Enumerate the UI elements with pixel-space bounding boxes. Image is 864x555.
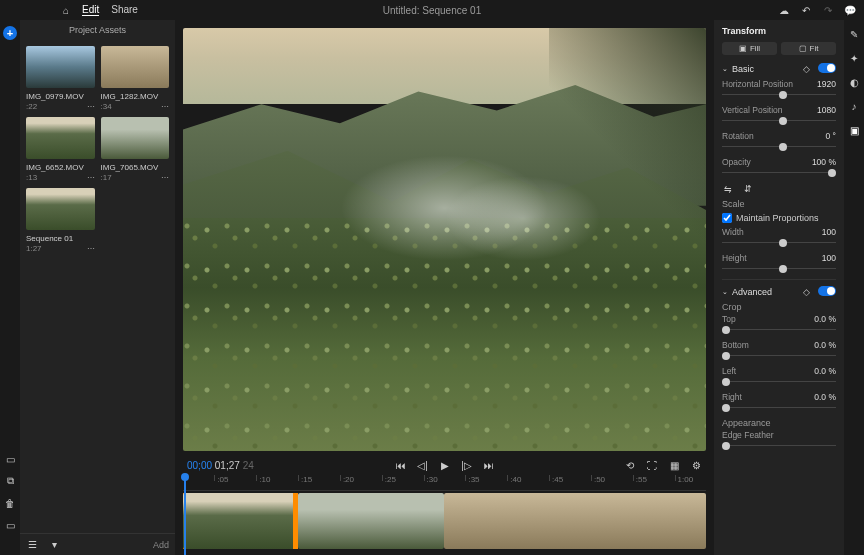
asset-item[interactable]: Sequence 01 1:27⋯ [26,188,95,253]
h-pos-slider[interactable] [722,91,836,99]
document-title: Untitled: Sequence 01 [383,5,481,16]
skip-back-icon[interactable]: ⏮ [395,459,407,471]
playback-controls: 00;00 01;27 24 ⏮ ◁| ▶ |▷ ⏭ ⟲ ⛶ ▦ ⚙ [175,455,714,475]
asset-menu-icon[interactable]: ⋯ [87,173,95,182]
panel-title: Transform [722,26,836,36]
timeline[interactable]: :05 :10 :15 :20 :25 :30 :35 :40 :45 :50 … [175,475,714,555]
right-toolbar: ✎ ✦ ◐ ♪ ▣ [844,20,864,555]
opacity-slider[interactable] [722,169,836,177]
keyframe-icon[interactable]: ◇ [800,286,812,298]
section-toggle[interactable] [818,63,836,73]
maintain-proportions-checkbox[interactable] [722,213,732,223]
add-button[interactable]: Add [153,540,169,550]
project-assets-panel: Project Assets IMG_0979.MOV :22⋯ IMG_128… [20,20,175,555]
comment-icon[interactable]: 💬 [844,4,856,16]
timeline-clip[interactable] [298,493,444,549]
keyframe-icon[interactable]: ◇ [800,63,812,75]
timecode: 00;00 01;27 24 [187,460,254,471]
fill-button[interactable]: ▣Fill [722,42,777,55]
crop-label: Crop [722,302,836,312]
timeline-clip[interactable] [444,493,706,549]
step-forward-icon[interactable]: |▷ [461,459,473,471]
home-icon[interactable]: ⌂ [60,4,72,16]
advanced-section[interactable]: ⌄ Advanced ◇ [722,286,836,298]
flip-h-icon[interactable]: ⇋ [722,183,734,195]
video-preview[interactable] [183,28,706,451]
crop-top-slider[interactable] [722,326,836,334]
loop-icon[interactable]: ⟲ [624,459,636,471]
fit-button[interactable]: ▢Fit [781,42,836,55]
redo-icon[interactable]: ↷ [822,4,834,16]
skip-forward-icon[interactable]: ⏭ [483,459,495,471]
width-slider[interactable] [722,239,836,247]
fullscreen-icon[interactable]: ⛶ [646,459,658,471]
flip-v-icon[interactable]: ⇵ [742,183,754,195]
appearance-label: Appearance [722,418,836,428]
quality-icon[interactable]: ▦ [668,459,680,471]
asset-menu-icon[interactable]: ⋯ [87,244,95,253]
add-media-button[interactable]: + [3,26,17,40]
center-panel: 00;00 01;27 24 ⏮ ◁| ▶ |▷ ⏭ ⟲ ⛶ ▦ ⚙ [175,20,714,555]
menu-edit[interactable]: Edit [82,4,99,16]
duplicate-icon[interactable]: ⧉ [4,475,16,487]
undo-icon[interactable]: ↶ [800,4,812,16]
asset-item[interactable]: IMG_0979.MOV :22⋯ [26,46,95,111]
filter-icon[interactable]: ▾ [48,539,60,551]
timeline-clip[interactable] [183,493,298,549]
audio-icon[interactable]: ♪ [848,100,860,112]
crop-left-slider[interactable] [722,378,836,386]
crop-bottom-slider[interactable] [722,352,836,360]
menu-share[interactable]: Share [111,4,138,16]
basic-section[interactable]: ⌄ Basic ◇ [722,63,836,75]
transform-icon[interactable]: ▣ [848,124,860,136]
playhead[interactable] [184,475,186,555]
crop-right-slider[interactable] [722,404,836,412]
feather-slider[interactable] [722,442,836,450]
adjust-icon[interactable]: ✦ [848,52,860,64]
page-icon[interactable]: ▭ [4,453,16,465]
scale-label: Scale [722,199,836,209]
asset-item[interactable]: IMG_1282.MOV :34⋯ [101,46,170,111]
height-slider[interactable] [722,265,836,273]
chevron-down-icon: ⌄ [722,65,728,73]
list-view-icon[interactable]: ☰ [26,539,38,551]
section-toggle[interactable] [818,286,836,296]
settings-icon[interactable]: ⚙ [690,459,702,471]
asset-item[interactable]: IMG_6652.MOV :13⋯ [26,117,95,182]
rotation-slider[interactable] [722,143,836,151]
cloud-icon[interactable]: ☁ [778,4,790,16]
asset-menu-icon[interactable]: ⋯ [87,102,95,111]
top-bar: ⌂ Edit Share Untitled: Sequence 01 ☁ ↶ ↷… [0,0,864,20]
asset-menu-icon[interactable]: ⋯ [161,102,169,111]
v-pos-slider[interactable] [722,117,836,125]
play-icon[interactable]: ▶ [439,459,451,471]
assets-header: Project Assets [20,20,175,40]
asset-item[interactable]: IMG_7065.MOV :17⋯ [101,117,170,182]
edit-icon[interactable]: ✎ [848,28,860,40]
properties-panel: Transform ▣Fill ▢Fit ⌄ Basic ◇ Horizonta… [714,20,844,555]
timeline-ruler[interactable]: :05 :10 :15 :20 :25 :30 :35 :40 :45 :50 … [183,475,706,491]
chevron-down-icon: ⌄ [722,288,728,296]
trash-icon[interactable]: 🗑 [4,497,16,509]
color-icon[interactable]: ◐ [848,76,860,88]
step-back-icon[interactable]: ◁| [417,459,429,471]
asset-menu-icon[interactable]: ⋯ [161,173,169,182]
folder-icon[interactable]: ▭ [4,519,16,531]
left-toolbar: + ▭ ⧉ 🗑 ▭ [0,20,20,555]
